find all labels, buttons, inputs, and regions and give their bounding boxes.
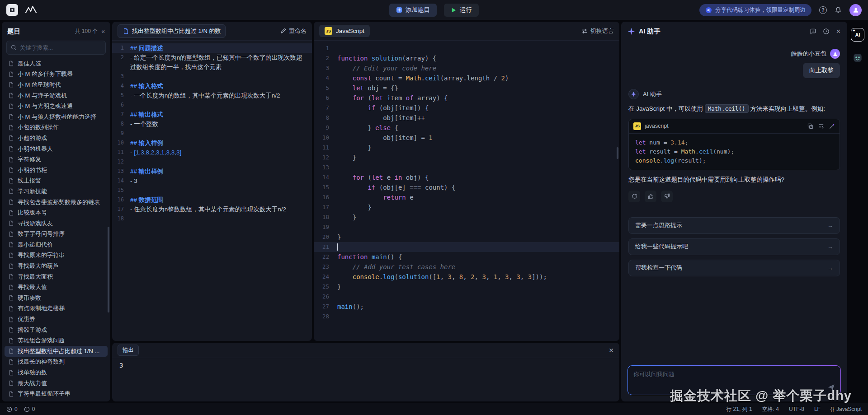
suggestion-button[interactable]: 需要一点思路提示→ xyxy=(628,217,840,234)
markdown-line: 3 xyxy=(112,72,312,81)
add-problem-button[interactable]: 添加题目 xyxy=(389,4,437,17)
sidebar-item[interactable]: 硬币凑数 xyxy=(5,293,108,303)
switch-language-button[interactable]: 切换语言 xyxy=(581,27,614,35)
sidebar-item[interactable]: 学习新技能 xyxy=(5,186,108,197)
cursor-position[interactable]: 行 21, 列 1 xyxy=(726,406,752,413)
ai-reply-text: 在 JavaScript 中，可以使用 Math.ceil() 方法来实现向上取… xyxy=(628,104,840,114)
search-box[interactable] xyxy=(6,41,106,55)
document-icon xyxy=(8,348,14,354)
ai-rail-button[interactable]: ✦ AI xyxy=(851,28,864,42)
language-tab[interactable]: JS JavaScript xyxy=(319,25,370,37)
encoding-setting[interactable]: UTF-8 xyxy=(789,406,804,412)
sidebar-item[interactable]: 找单独的数 xyxy=(5,367,108,378)
markdown-line: 7## 输出格式 xyxy=(112,110,312,119)
sidebar-item[interactable]: 字符串最短循环子串 xyxy=(5,388,108,399)
editor-scrollbar[interactable] xyxy=(617,147,618,159)
insert-code-icon[interactable] xyxy=(818,123,824,129)
code-line: 12 } xyxy=(314,153,619,163)
rename-button[interactable]: 重命名 xyxy=(280,27,307,35)
document-icon xyxy=(8,263,14,269)
help-icon[interactable]: ? xyxy=(819,6,827,14)
ai-code-line: let num = 3.14; xyxy=(635,138,833,147)
sidebar-item[interactable]: 小超的游戏 xyxy=(5,133,108,144)
sidebar-item[interactable]: 最佳人选 xyxy=(5,58,108,69)
new-chat-icon[interactable] xyxy=(810,28,816,35)
sidebar-item[interactable]: 数字字母问号排序 xyxy=(5,229,108,240)
sidebar-item[interactable]: 最大战力值 xyxy=(5,378,108,389)
ai-message-group: AI 助手 在 JavaScript 中，可以使用 Math.ceil() 方法… xyxy=(628,89,840,276)
sidebar-item[interactable]: 小 M 与光明之魂速通 xyxy=(5,101,108,112)
indent-setting[interactable]: 空格: 4 xyxy=(762,406,779,413)
practice-icon[interactable] xyxy=(852,52,863,63)
marscode-logo-icon[interactable] xyxy=(25,6,37,14)
sidebar-item[interactable]: 寻找游戏队友 xyxy=(5,218,108,229)
problem-content[interactable]: 1## 问题描述2- 给定一个长度为n的整型数组，已知其中一个数字的出现次数超过… xyxy=(112,41,312,341)
sidebar-item[interactable]: 小 M 与狼人拯救者的能力选择 xyxy=(5,112,108,122)
app-root: 添加题目 运行 分享代码练习体验，领限量定制周边 ? xyxy=(0,0,868,415)
close-panel-icon[interactable]: ✕ xyxy=(836,28,841,35)
sidebar-item[interactable]: 找出整型数组中占比超过 1/N ... xyxy=(5,346,108,357)
send-icon[interactable] xyxy=(827,383,835,391)
play-icon xyxy=(451,7,457,13)
sidebar-item[interactable]: 线上报警 xyxy=(5,176,108,187)
sidebar-item[interactable]: 最小递归代价 xyxy=(5,239,108,250)
sidebar-item[interactable]: 寻找最大值 xyxy=(5,282,108,293)
sidebar-scrollbar[interactable] xyxy=(108,227,109,312)
user-avatar[interactable] xyxy=(849,4,862,16)
bell-icon[interactable] xyxy=(835,6,842,14)
sidebar-item[interactable]: 优惠券 xyxy=(5,314,108,325)
chat-username: 皓皓的小豆包 xyxy=(791,50,826,58)
magic-wand-icon[interactable] xyxy=(829,123,835,129)
document-icon xyxy=(8,167,14,173)
sidebar-item[interactable]: 小 M 的多任务下载器 xyxy=(5,69,108,80)
run-button[interactable]: 运行 xyxy=(444,4,479,17)
eol-setting[interactable]: LF xyxy=(814,406,821,412)
sidebar-item[interactable]: 摇骰子游戏 xyxy=(5,325,108,336)
right-toolbar: ✦ AI xyxy=(849,22,866,401)
ai-input-box[interactable] xyxy=(627,365,841,395)
thumbs-down-icon[interactable] xyxy=(661,191,673,202)
history-icon[interactable] xyxy=(823,28,830,35)
ai-code: let num = 3.14;let result = Math.ceil(nu… xyxy=(629,134,840,170)
sidebar-item[interactable]: 小 M 的星球时代 xyxy=(5,79,108,90)
sidebar-item[interactable]: 有点限制地走楼梯 xyxy=(5,303,108,314)
sidebar-item[interactable]: 字符修复 xyxy=(5,154,108,165)
sidebar-item[interactable]: 寻找最大面积 xyxy=(5,271,108,282)
sidebar-item[interactable]: 英雄组合游戏问题 xyxy=(5,335,108,346)
ai-question-input[interactable] xyxy=(633,370,835,390)
search-input[interactable] xyxy=(20,45,101,51)
thumbs-up-icon[interactable] xyxy=(645,191,656,202)
errors-indicator[interactable]: 0 xyxy=(6,406,18,412)
document-icon xyxy=(8,284,14,290)
braces-icon: {} xyxy=(830,406,834,412)
document-icon xyxy=(8,114,14,120)
app-logo-icon[interactable] xyxy=(6,4,18,16)
sidebar-item[interactable]: 寻找包含斐波那契数最多的链表 xyxy=(5,197,108,208)
warnings-indicator[interactable]: 0 xyxy=(24,406,35,412)
suggestion-button[interactable]: 给我一些代码提示吧→ xyxy=(628,238,840,255)
sidebar-item[interactable]: 小明的书柜 xyxy=(5,165,108,176)
regenerate-icon[interactable] xyxy=(628,191,640,202)
sidebar-item[interactable]: 寻找原来的字符串 xyxy=(5,250,108,261)
language-mode[interactable]: {} JavaScript xyxy=(830,406,862,412)
sidebar-item[interactable]: 寻找最大的葫芦 xyxy=(5,261,108,271)
suggestion-list: 需要一点思路提示→给我一些代码提示吧→帮我检查一下代码→ xyxy=(628,217,840,276)
sidebar-item[interactable]: 小包的数列操作 xyxy=(5,122,108,133)
sidebar-item[interactable]: 小 M 与弹子游戏机 xyxy=(5,90,108,101)
promo-banner[interactable]: 分享代码练习体验，领限量定制周边 xyxy=(699,4,811,16)
rail-sparkle-icon: ✦ xyxy=(853,29,855,33)
sidebar-item[interactable]: 比较版本号 xyxy=(5,207,108,218)
document-icon xyxy=(8,103,14,109)
code-editor[interactable]: 1 2function solution(array) {3 // Edit y… xyxy=(314,41,619,341)
output-tab[interactable]: 输出 xyxy=(118,345,139,356)
copy-icon[interactable] xyxy=(807,123,813,129)
markdown-line: 2- 给定一个长度为n的整型数组，已知其中一个数字的出现次数超过数组长度的一半，… xyxy=(112,53,312,72)
close-output-icon[interactable]: ✕ xyxy=(609,347,614,354)
collapse-sidebar-icon[interactable]: « xyxy=(101,28,105,35)
inline-code: Math.ceil() xyxy=(705,104,749,113)
sidebar-item[interactable]: 小明的机器人 xyxy=(5,144,108,154)
pencil-icon xyxy=(280,28,286,34)
suggestion-button[interactable]: 帮我检查一下代码→ xyxy=(628,260,840,276)
sidebar-item[interactable]: 找最长的神奇数列 xyxy=(5,357,108,368)
problem-title-chip[interactable]: 找出整型数组中占比超过 1/N 的数 xyxy=(118,24,226,38)
